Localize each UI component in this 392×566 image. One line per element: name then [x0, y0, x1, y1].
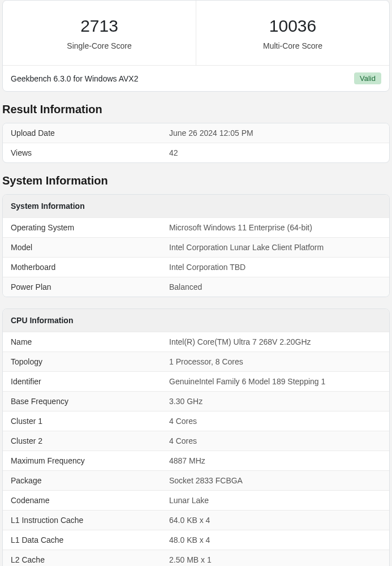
- result-information-heading: Result Information: [0, 103, 392, 116]
- system-information-heading: System Information: [0, 174, 392, 187]
- row-key: Motherboard: [11, 263, 169, 272]
- row-key: Power Plan: [11, 282, 169, 291]
- row-val: 1 Processor, 8 Cores: [169, 357, 243, 366]
- row-val: 2.50 MB x 1: [169, 555, 212, 564]
- row-val: 48.0 KB x 4: [169, 535, 210, 544]
- table-row: Base Frequency 3.30 GHz: [3, 391, 389, 411]
- table-row: Codename Lunar Lake: [3, 490, 389, 510]
- table-row: L1 Data Cache 48.0 KB x 4: [3, 530, 389, 550]
- row-val: Intel Corporation TBD: [169, 263, 245, 272]
- row-val: June 26 2024 12:05 PM: [169, 128, 253, 138]
- row-val: Intel Corporation Lunar Lake Client Plat…: [169, 243, 324, 252]
- table-row: Upload Date June 26 2024 12:05 PM: [3, 123, 389, 143]
- row-key: Cluster 2: [11, 436, 169, 445]
- cpu-information-table: CPU Information Name Intel(R) Core(TM) U…: [2, 308, 390, 566]
- row-key: L2 Cache: [11, 555, 169, 564]
- table-row: Motherboard Intel Corporation TBD: [3, 257, 389, 277]
- table-row: Model Intel Corporation Lunar Lake Clien…: [3, 237, 389, 257]
- row-key: Model: [11, 243, 169, 252]
- row-val: Socket 2833 FCBGA: [169, 476, 243, 485]
- row-key: Package: [11, 476, 169, 485]
- table-row: Topology 1 Processor, 8 Cores: [3, 351, 389, 371]
- score-container: 2713 Single-Core Score 10036 Multi-Core …: [3, 1, 389, 65]
- row-val: Microsoft Windows 11 Enterprise (64-bit): [169, 223, 312, 232]
- system-information-table: System Information Operating System Micr…: [2, 194, 390, 297]
- row-val: 4887 MHz: [169, 456, 205, 465]
- row-key: Operating System: [11, 223, 169, 232]
- row-key: Identifier: [11, 377, 169, 386]
- row-val: GenuineIntel Family 6 Model 189 Stepping…: [169, 377, 325, 386]
- row-val: 4 Cores: [169, 436, 197, 445]
- row-key: L1 Instruction Cache: [11, 516, 169, 525]
- row-key: Maximum Frequency: [11, 456, 169, 465]
- single-core-score-label: Single-Core Score: [14, 41, 184, 50]
- single-core-score-box: 2713 Single-Core Score: [3, 1, 196, 65]
- row-val: 4 Cores: [169, 417, 197, 426]
- result-information-table: Upload Date June 26 2024 12:05 PM Views …: [2, 123, 390, 163]
- row-key: Name: [11, 337, 169, 346]
- version-row: Geekbench 6.3.0 for Windows AVX2 Valid: [3, 65, 389, 91]
- table-header: CPU Information: [3, 309, 389, 332]
- row-key: Cluster 1: [11, 417, 169, 426]
- single-core-score-value: 2713: [14, 16, 184, 36]
- score-card: 2713 Single-Core Score 10036 Multi-Core …: [2, 0, 390, 92]
- valid-badge: Valid: [354, 72, 381, 84]
- table-row: Power Plan Balanced: [3, 277, 389, 297]
- row-val: Intel(R) Core(TM) Ultra 7 268V 2.20GHz: [169, 337, 311, 346]
- row-key: Upload Date: [11, 128, 169, 138]
- table-header: System Information: [3, 195, 389, 217]
- row-val: 3.30 GHz: [169, 397, 203, 406]
- table-row: Cluster 1 4 Cores: [3, 411, 389, 431]
- row-key: Views: [11, 148, 169, 157]
- table-row: Maximum Frequency 4887 MHz: [3, 451, 389, 470]
- row-key: L1 Data Cache: [11, 535, 169, 544]
- row-val: Balanced: [169, 282, 202, 291]
- row-key: Codename: [11, 496, 169, 505]
- table-row: L2 Cache 2.50 MB x 1: [3, 550, 389, 566]
- table-row: Views 42: [3, 143, 389, 162]
- row-val: 42: [169, 148, 178, 157]
- multi-core-score-label: Multi-Core Score: [208, 41, 378, 50]
- row-key: Base Frequency: [11, 397, 169, 406]
- table-row: Package Socket 2833 FCBGA: [3, 470, 389, 490]
- table-row: Cluster 2 4 Cores: [3, 431, 389, 451]
- version-text: Geekbench 6.3.0 for Windows AVX2: [11, 74, 138, 83]
- row-key: Topology: [11, 357, 169, 366]
- row-val: 64.0 KB x 4: [169, 516, 210, 525]
- table-row: L1 Instruction Cache 64.0 KB x 4: [3, 510, 389, 530]
- table-row: Identifier GenuineIntel Family 6 Model 1…: [3, 371, 389, 391]
- row-val: Lunar Lake: [169, 496, 209, 505]
- table-row: Operating System Microsoft Windows 11 En…: [3, 217, 389, 237]
- table-row: Name Intel(R) Core(TM) Ultra 7 268V 2.20…: [3, 332, 389, 351]
- multi-core-score-box: 10036 Multi-Core Score: [196, 1, 389, 65]
- multi-core-score-value: 10036: [208, 16, 378, 36]
